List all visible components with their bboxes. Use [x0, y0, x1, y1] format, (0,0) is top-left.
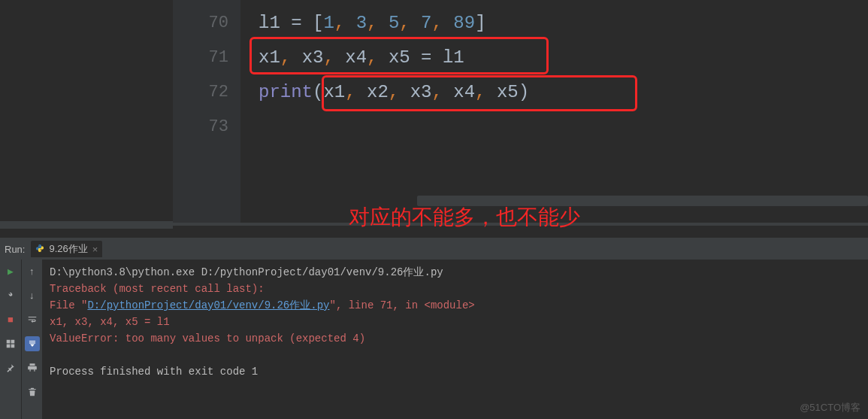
- rerun-button[interactable]: ▶: [3, 264, 18, 279]
- svg-rect-0: [7, 340, 11, 344]
- stop-button[interactable]: ■: [3, 312, 18, 327]
- svg-rect-1: [11, 340, 15, 344]
- var-x3: x3: [302, 47, 324, 68]
- line-number: 71: [173, 41, 228, 75]
- run-tab[interactable]: 9.26作业 ×: [31, 241, 102, 257]
- var-x5: x5: [389, 47, 410, 68]
- watermark: @51CTO博客: [800, 401, 860, 414]
- var-x1: x1: [259, 47, 280, 68]
- code-line-73[interactable]: [259, 110, 868, 144]
- down-arrow-icon[interactable]: ↓: [25, 288, 40, 303]
- up-arrow-icon[interactable]: ↑: [25, 264, 40, 279]
- num-literal: 89: [453, 13, 475, 33]
- run-label: Run:: [5, 244, 25, 255]
- console-exit-line: Process finished with exit code 1: [50, 363, 860, 380]
- console-text: File ": [50, 299, 87, 311]
- num-literal: 5: [389, 13, 399, 33]
- console-output[interactable]: D:\python3.8\python.exe D:/pythonProject…: [42, 260, 868, 419]
- comma: ,: [475, 82, 497, 102]
- code-line-70[interactable]: l1 = [1, 3, 5, 7, 89]: [259, 6, 868, 41]
- var-x3: x3: [410, 82, 432, 102]
- comma: ,: [367, 47, 389, 68]
- softwrap-icon[interactable]: [25, 312, 40, 327]
- print-icon[interactable]: [25, 360, 40, 375]
- trash-icon[interactable]: [25, 384, 40, 399]
- comma: ,: [334, 13, 356, 33]
- layout-icon[interactable]: [3, 336, 18, 351]
- num-literal: 3: [356, 13, 367, 33]
- comma: ,: [399, 13, 421, 33]
- var-x2: x2: [367, 82, 389, 102]
- console-code-line: x1, x3, x4, x5 = l1: [50, 314, 860, 330]
- left-bracket: [: [313, 13, 323, 33]
- comma: ,: [280, 47, 302, 68]
- code-line-72[interactable]: print(x1, x2, x3, x4, x5): [259, 75, 868, 110]
- code-area[interactable]: l1 = [1, 3, 5, 7, 89] x1, x3, x4, x5 = l…: [240, 0, 868, 226]
- pin-icon[interactable]: [3, 360, 18, 375]
- console-traceback: Traceback (most recent call last):: [50, 281, 860, 297]
- line-gutter: 70 71 72 73: [173, 0, 240, 226]
- svg-rect-2: [7, 345, 11, 348]
- assign-op: =: [410, 47, 443, 68]
- comma: ,: [431, 82, 453, 102]
- run-body: ▶ ■ ↑ ↓: [0, 260, 868, 419]
- run-tab-name: 9.26作业: [49, 242, 87, 256]
- var-x4: x4: [453, 82, 475, 102]
- left-paren: (: [313, 82, 323, 102]
- run-toolbar-left: ▶ ■: [0, 260, 21, 419]
- var-l1: l1: [259, 13, 280, 33]
- run-toolbar-right: ↑ ↓: [21, 260, 42, 419]
- comma: ,: [367, 13, 389, 33]
- close-icon[interactable]: ×: [92, 244, 98, 255]
- left-blank: [0, 0, 173, 226]
- num-literal: 1: [323, 13, 334, 33]
- run-header: Run: 9.26作业 ×: [0, 238, 868, 260]
- assign-op: =: [280, 13, 313, 33]
- console-error-line: ValueError: too many values to unpack (e…: [50, 330, 860, 347]
- num-literal: 7: [421, 13, 431, 33]
- line-number: 70: [173, 6, 228, 41]
- wrench-icon[interactable]: [3, 288, 18, 303]
- var-l1: l1: [443, 47, 464, 68]
- line-number: 72: [173, 75, 228, 110]
- console-file-line: File "D:/pythonProject/day01/venv/9.26作业…: [50, 297, 860, 314]
- console-line: D:\python3.8\python.exe D:/pythonProject…: [50, 264, 860, 281]
- comma: ,: [323, 47, 345, 68]
- line-number: 73: [173, 110, 228, 144]
- code-line-71[interactable]: x1, x3, x4, x5 = l1: [259, 41, 868, 75]
- traceback-file-link[interactable]: D:/pythonProject/day01/venv/9.26作业.py: [87, 299, 329, 311]
- right-paren: ): [519, 82, 529, 102]
- run-panel: Run: 9.26作业 × ▶ ■ ↑ ↓: [0, 238, 868, 419]
- var-x1: x1: [323, 82, 345, 102]
- right-bracket: ]: [475, 13, 485, 33]
- var-x4: x4: [345, 47, 367, 68]
- comma: ,: [389, 82, 410, 102]
- comma: ,: [345, 82, 367, 102]
- annotation-text: 对应的不能多，也不能少: [349, 203, 580, 232]
- print-func: print: [259, 82, 313, 102]
- console-blank: [50, 347, 860, 363]
- comma: ,: [432, 13, 454, 33]
- console-text: ", line 71, in <module>: [329, 299, 474, 311]
- svg-rect-3: [11, 345, 15, 348]
- scroll-to-end-icon[interactable]: [25, 336, 40, 351]
- python-icon: [35, 244, 44, 255]
- var-x5: x5: [497, 82, 519, 102]
